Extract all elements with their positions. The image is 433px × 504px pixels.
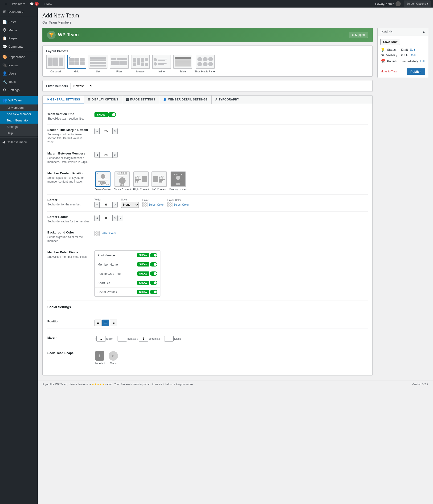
status-edit-link[interactable]: Edit <box>410 48 415 51</box>
margin-left-input[interactable] <box>164 336 174 342</box>
margin-between-input[interactable] <box>100 152 112 158</box>
position-left[interactable]: JOHN DOE <box>151 171 167 191</box>
preset-thumbnails-pager[interactable]: Thumbnails Pager <box>195 55 216 73</box>
margin-bottom-group: ↓ bottom px <box>137 336 160 342</box>
postbox-collapse-icon[interactable]: ▲ <box>422 30 425 34</box>
wp-logo[interactable]: ⊞ <box>2 0 10 8</box>
tab-general-settings[interactable]: ⚙ GENERAL SETTINGS <box>43 96 84 104</box>
sidebar-item-appearance[interactable]: 🎨 Appearance <box>0 53 38 61</box>
border-width-decrease-btn[interactable]: + <box>95 202 100 208</box>
screen-options-button[interactable]: Screen Options ▾ <box>404 0 431 7</box>
position-right-label: Right Content <box>133 188 149 191</box>
publish-button[interactable]: Publish <box>407 68 425 75</box>
submenu-team-generator[interactable]: Team Generator <box>0 117 38 124</box>
position-below[interactable]: JOHN DOE Below Content <box>95 171 112 191</box>
preset-carousel[interactable]: Carousel <box>46 55 65 73</box>
position-right[interactable]: JOHN DOE <box>133 171 149 191</box>
sidebar-item-media[interactable]: 🖼 Media <box>0 26 38 34</box>
publish-time-edit-link[interactable]: Edit <box>420 59 425 63</box>
toggle-indicator[interactable] <box>108 112 116 117</box>
preset-filter[interactable]: Filter <box>110 55 129 73</box>
field-photo-indicator[interactable] <box>150 253 157 257</box>
tab-member-detail-settings[interactable]: 👤 MEMBER DETAIL SETTINGS <box>159 96 212 104</box>
border-radius-decrease-btn[interactable]: ◀ <box>95 215 100 221</box>
submenu-add-new-member[interactable]: Add New Member <box>0 111 38 117</box>
position-options: JOHN DOE Below Content <box>95 171 187 191</box>
pages-icon: 📋 <box>2 36 7 41</box>
submenu-all-members[interactable]: All Members <box>0 105 38 111</box>
margin-between-decrease-btn[interactable]: ◀ <box>95 152 100 158</box>
visibility-edit-link[interactable]: Edit <box>411 54 416 57</box>
sidebar-item-settings[interactable]: ⚙ Settings <box>0 86 38 94</box>
preset-grid-label: Grid <box>74 70 79 73</box>
preset-mosaic-label: Mosaic <box>136 70 145 73</box>
collapse-menu-btn[interactable]: ◀ Collapse menu <box>0 138 38 146</box>
tab-image-settings[interactable]: 🖼 IMAGE SETTINGS <box>122 96 159 104</box>
border-width-input[interactable] <box>100 202 112 208</box>
bg-color-picker[interactable]: Select Color <box>95 231 116 236</box>
margin-top-group: ↑ top px <box>95 336 113 342</box>
margin-bottom-input[interactable] <box>139 336 148 342</box>
preset-inline[interactable]: Inline <box>152 55 171 73</box>
preset-table-label: Table <box>180 70 186 73</box>
comments-icon-bar[interactable]: 💬 0 <box>27 0 41 8</box>
align-center-btn[interactable] <box>102 320 109 326</box>
preset-table[interactable]: Table <box>173 55 192 73</box>
field-name-show-btn[interactable]: SHOW <box>137 262 149 267</box>
border-radius-input[interactable] <box>100 215 112 221</box>
border-style-label: Style <box>121 198 139 201</box>
field-bio-show-btn[interactable]: SHOW <box>137 281 149 285</box>
border-hover-color-text[interactable]: Select Color <box>173 203 189 206</box>
border-color-picker[interactable]: Select Color <box>142 202 164 207</box>
field-bio-indicator[interactable] <box>150 281 157 285</box>
margin-right-input[interactable] <box>118 336 127 342</box>
sidebar-item-tools[interactable]: 🔧 Tools <box>0 78 38 86</box>
margin-decrease-btn[interactable]: ▲ <box>95 128 100 134</box>
save-draft-button[interactable]: Save Draft <box>381 39 400 45</box>
site-name[interactable]: WP Team <box>10 0 27 8</box>
border-hover-color-picker[interactable]: Select Color <box>167 202 189 207</box>
position-overlay[interactable]: JOHN DOE <box>169 171 187 191</box>
move-to-trash-link[interactable]: Move to Trash <box>381 70 398 73</box>
toggle-show-btn[interactable]: SHOW <box>95 112 108 117</box>
wp-team-icon: 👥 <box>2 98 7 103</box>
preset-filter-thumb <box>110 55 129 69</box>
sidebar-item-users[interactable]: 👤 Users <box>0 69 38 78</box>
position-above[interactable]: JOHN DOE <box>114 171 131 191</box>
tab-typography[interactable]: A TYPOGRAPHY <box>212 96 243 104</box>
sidebar-item-comments[interactable]: 💬 Comments <box>0 43 38 51</box>
icon-shape-circle[interactable]: ○ Circle <box>109 351 118 365</box>
field-photo-show-btn[interactable]: SHOW <box>137 253 149 257</box>
field-position-show-btn[interactable]: SHOW <box>137 271 149 276</box>
submenu-help[interactable]: Help <box>0 130 38 136</box>
sidebar-item-wp-team[interactable]: 👥 WP Team <box>0 96 38 105</box>
social-settings-header: Social Settings <box>47 305 71 309</box>
align-left-btn[interactable]: ≡ <box>95 320 102 326</box>
icon-shape-rounded[interactable]: f Rounded <box>95 351 105 365</box>
sidebar-item-pages[interactable]: 📋 Pages <box>0 34 38 43</box>
sidebar-item-plugins[interactable]: 🔌 Plugins <box>0 61 38 69</box>
setting-label-border: Border Set border for the member. <box>47 198 90 207</box>
margin-input[interactable] <box>100 128 112 134</box>
margin-top-input[interactable] <box>96 336 106 342</box>
field-name-indicator[interactable] <box>150 262 157 267</box>
preset-list[interactable]: List <box>89 55 107 73</box>
preset-mosaic[interactable]: Mosaic <box>131 55 150 73</box>
field-position-indicator[interactable] <box>150 271 157 276</box>
sidebar-item-posts[interactable]: 📄 Posts <box>0 18 38 26</box>
field-social-show-btn[interactable]: SHOW <box>137 290 149 294</box>
sidebar-item-dashboard[interactable]: ⊞ Dashboard <box>0 8 38 16</box>
border-style-select[interactable]: None Solid Dashed Dotted <box>121 202 139 208</box>
support-button[interactable]: ⊕ Support <box>349 32 368 38</box>
border-color-text[interactable]: Select Color <box>148 203 164 206</box>
preset-grid[interactable]: Grid <box>67 55 86 73</box>
border-radius-increase-btn[interactable]: ▶ <box>118 215 123 221</box>
filter-members-select[interactable]: Newest Oldest Name A-Z Name Z-A <box>70 83 93 89</box>
submenu-settings[interactable]: Settings <box>0 124 38 130</box>
field-social-indicator[interactable] <box>150 290 157 294</box>
new-content[interactable]: + New <box>41 0 54 8</box>
margin-left-unit: px <box>178 337 181 340</box>
tab-display-options[interactable]: ☰ DISPLAY OPTIONS <box>84 96 122 104</box>
align-right-btn[interactable]: ≡ <box>110 320 117 326</box>
bg-color-text[interactable]: Select Color <box>101 232 116 235</box>
